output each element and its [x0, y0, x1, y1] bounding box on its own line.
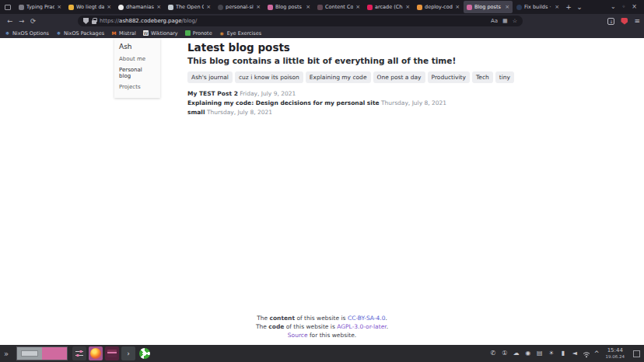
agpl-license-link[interactable]: AGPL-3.0-or-later	[337, 323, 386, 330]
post-title[interactable]: My TEST Post 2	[187, 90, 238, 97]
close-icon[interactable]: ×	[555, 5, 559, 10]
tag-tiny[interactable]: tiny	[495, 71, 514, 83]
tab-title: deploy-codebe	[425, 4, 453, 10]
show-desktop-button[interactable]	[633, 350, 640, 357]
tab-favicon	[417, 5, 422, 10]
tab-deploy-codeberg[interactable]: deploy-codebe ×	[414, 1, 463, 13]
tab-fix-builds[interactable]: Fix builds · ee ×	[513, 1, 562, 13]
post-title[interactable]: Explaining my code: Design decisions for…	[187, 99, 380, 106]
lock-icon[interactable]	[92, 20, 96, 24]
clock[interactable]: 15:44 19.06.24	[606, 348, 625, 359]
tab-personal-site[interactable]: personal-site - ×	[215, 1, 264, 13]
workspace-2-thumbnail[interactable]	[42, 347, 67, 360]
tab-wo-liegt-das[interactable]: Wo liegt das? | ×	[65, 1, 114, 13]
tab-dhamaniasad[interactable]: dhamaniasad ×	[115, 1, 164, 13]
terminal-icon[interactable]: ›	[121, 346, 135, 360]
hamburger-menu-icon[interactable]: ≡	[634, 17, 640, 25]
menu-item-personal-blog[interactable]: Personal blog	[114, 64, 160, 82]
new-tab-button[interactable]: +	[563, 2, 574, 12]
tab-blog-posts-1[interactable]: Blog posts - As ×	[264, 1, 313, 13]
kdeconnect-phone-icon[interactable]: ✆	[489, 350, 497, 357]
bookmark-wiktionary[interactable]: W Wiktionary	[143, 30, 178, 37]
bookmark-star-icon[interactable]: ☆	[513, 18, 517, 24]
minimize-button[interactable]: ⌄	[611, 4, 616, 10]
tab-title: Blog posts - As	[275, 4, 303, 10]
close-icon[interactable]: ×	[455, 5, 460, 10]
close-icon[interactable]: ×	[256, 5, 261, 10]
bookmarks-bar: ❄ NixOS Options ❄ NixOS Packages M Mistr…	[0, 28, 644, 38]
containers-icon[interactable]: ▦	[502, 18, 508, 24]
tracking-protection-shield-icon[interactable]	[83, 18, 89, 24]
footer-line-source: Source for this website.	[0, 332, 644, 340]
bookmark-mistral[interactable]: M Mistral	[111, 30, 136, 37]
cloud-sync-icon[interactable]: ☁	[513, 350, 520, 357]
close-icon[interactable]: ×	[306, 5, 310, 10]
close-icon[interactable]: ×	[355, 5, 360, 10]
battery-icon[interactable]: ▮	[559, 350, 567, 357]
tab-favicon	[68, 5, 74, 10]
cc-license-link[interactable]: CC-BY-SA-4.0	[348, 315, 386, 322]
extension-icon[interactable]: ↓	[607, 18, 614, 25]
menu-item-about-me[interactable]: About me	[114, 54, 160, 64]
post-link-1[interactable]: My TEST Post 2 Friday, July 9, 2021	[187, 90, 636, 97]
firefox-icon	[90, 348, 101, 359]
close-window-button[interactable]: ×	[632, 4, 637, 10]
close-icon[interactable]: ×	[405, 5, 410, 10]
wifi-icon[interactable]	[583, 346, 590, 361]
brightness-icon[interactable]: ☀	[548, 350, 555, 357]
tab-typing-practice[interactable]: Typing Practice ×	[16, 1, 65, 13]
translate-icon[interactable]: Aa	[491, 18, 498, 24]
post-title[interactable]: small	[187, 109, 205, 116]
file-manager-icon[interactable]	[105, 346, 119, 360]
close-icon[interactable]: ×	[505, 5, 509, 10]
bookmark-eye-exercises[interactable]: ◉ Eye Exercises	[219, 30, 261, 37]
bookmark-nixos-packages[interactable]: ❄ NixOS Packages	[56, 30, 104, 37]
close-icon[interactable]: ×	[156, 5, 161, 10]
bookmark-nixos-options[interactable]: ❄ NixOS Options	[5, 30, 49, 37]
close-icon[interactable]: ×	[107, 5, 111, 10]
site-title[interactable]: Ash	[114, 41, 160, 54]
launcher-icon[interactable]: »	[4, 350, 16, 358]
post-link-2[interactable]: Explaining my code: Design decisions for…	[187, 99, 636, 106]
workspace-pager[interactable]	[16, 346, 68, 360]
record-icon[interactable]: ◉	[524, 350, 532, 357]
tag-one-post-a-day[interactable]: One post a day	[373, 71, 425, 83]
workspace-1-thumbnail[interactable]	[17, 347, 42, 360]
tag-productivity[interactable]: Productivity	[428, 71, 470, 83]
url-bar[interactable]: https://ash882.codeberg.page/blog/ Aa ▦ …	[78, 16, 523, 26]
tag-ashs-journal[interactable]: Ash's journal	[187, 71, 233, 83]
tag-tech[interactable]: Tech	[472, 71, 493, 83]
close-icon[interactable]: ×	[57, 5, 61, 10]
post-date: Thursday, July 8, 2021	[381, 99, 446, 106]
list-all-tabs-button[interactable]: ⌄	[574, 2, 585, 12]
green-app-icon[interactable]	[138, 346, 152, 360]
adblocker-icon[interactable]	[621, 18, 628, 25]
notification-icon[interactable]: ①	[501, 350, 509, 357]
volume-icon[interactable]: ◄	[571, 350, 579, 357]
maximize-button[interactable]: ◦	[622, 4, 626, 10]
mixer-settings-icon[interactable]	[72, 346, 86, 360]
tab-open-graph[interactable]: The Open Grap ×	[165, 1, 214, 13]
tab-favicon	[19, 5, 24, 10]
pronote-icon	[185, 30, 191, 36]
forward-button[interactable]: →	[16, 17, 27, 25]
reload-button[interactable]: ⟳	[27, 17, 39, 25]
tab-blog-posts-active[interactable]: Blog posts - A ×	[464, 1, 513, 13]
menu-item-projects[interactable]: Projects	[114, 82, 160, 92]
firefox-view-button[interactable]	[2, 2, 12, 12]
bookmark-pronote[interactable]: Pronote	[185, 30, 212, 37]
url-text[interactable]: https://ash882.codeberg.page/blog/	[100, 18, 488, 24]
tab-title: arcade (Chann	[375, 4, 403, 10]
firefox-taskbar-icon[interactable]	[89, 346, 103, 360]
tab-arcade-slack[interactable]: arcade (Chann ×	[364, 1, 413, 13]
tab-title: Typing Practice	[26, 4, 54, 10]
close-icon[interactable]: ×	[206, 5, 211, 10]
tag-cuz-i-know[interactable]: cuz i know its poison	[235, 71, 303, 83]
post-link-3[interactable]: small Thursday, July 8, 2021	[187, 109, 636, 116]
tab-content-collections[interactable]: Content Collec ×	[314, 1, 363, 13]
chevron-up-icon[interactable]: ^	[594, 350, 600, 357]
calendar-icon[interactable]: ▤	[536, 350, 544, 357]
tag-explaining-my-code[interactable]: Explaining my code	[306, 71, 371, 83]
back-button[interactable]: ←	[4, 17, 16, 25]
source-link[interactable]: Source	[288, 332, 308, 339]
